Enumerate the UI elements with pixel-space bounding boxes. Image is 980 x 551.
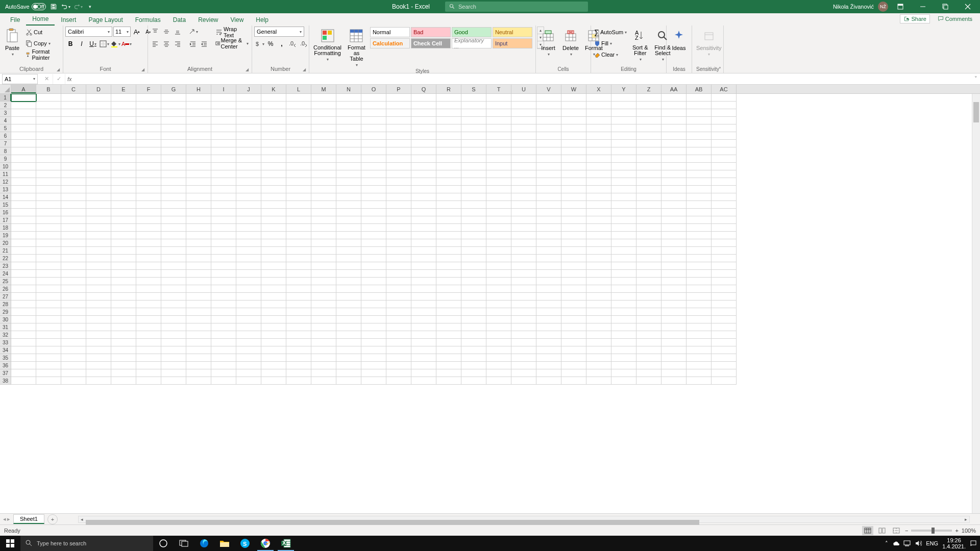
clear-button[interactable]: Clear▾ — [593, 49, 628, 60]
cell[interactable] — [712, 109, 737, 117]
cell[interactable] — [361, 232, 386, 239]
cell[interactable] — [11, 163, 36, 170]
cell[interactable] — [536, 323, 561, 331]
cell[interactable] — [86, 232, 111, 239]
cell[interactable] — [136, 278, 161, 285]
cell[interactable] — [712, 140, 737, 147]
cell[interactable] — [486, 216, 511, 224]
cell[interactable] — [236, 354, 261, 362]
cell[interactable] — [336, 178, 361, 186]
cell[interactable] — [286, 331, 311, 339]
cell[interactable] — [511, 147, 536, 155]
cell[interactable] — [436, 316, 461, 323]
cell[interactable] — [136, 377, 161, 385]
cell[interactable] — [136, 285, 161, 293]
cell[interactable] — [336, 124, 361, 132]
cell[interactable] — [486, 94, 511, 102]
cell[interactable] — [336, 193, 361, 201]
undo-icon[interactable]: ▾ — [61, 2, 70, 11]
column-header[interactable]: P — [386, 85, 411, 93]
cell[interactable] — [712, 354, 737, 362]
cell[interactable] — [261, 255, 286, 262]
cell[interactable] — [461, 201, 486, 209]
cell[interactable] — [712, 270, 737, 278]
cell[interactable] — [712, 102, 737, 109]
cell[interactable] — [336, 109, 361, 117]
insert-cells-button[interactable]: Insert▾ — [538, 27, 558, 58]
cell[interactable] — [236, 369, 261, 377]
cell[interactable] — [111, 270, 136, 278]
cell[interactable] — [586, 354, 611, 362]
cell[interactable] — [436, 186, 461, 193]
cell[interactable] — [186, 293, 211, 300]
cell[interactable] — [86, 147, 111, 155]
cell[interactable] — [161, 239, 186, 247]
cell[interactable] — [236, 285, 261, 293]
cell[interactable] — [86, 201, 111, 209]
cell[interactable] — [411, 132, 436, 140]
cell[interactable] — [561, 346, 586, 354]
cell[interactable] — [261, 216, 286, 224]
cell[interactable] — [712, 331, 737, 339]
cell[interactable] — [311, 163, 336, 170]
cell[interactable] — [461, 109, 486, 117]
cell[interactable] — [161, 224, 186, 232]
cell[interactable] — [86, 140, 111, 147]
cell[interactable] — [486, 140, 511, 147]
cell[interactable] — [662, 239, 687, 247]
cell[interactable] — [336, 316, 361, 323]
cell[interactable] — [687, 362, 712, 369]
cell[interactable] — [436, 331, 461, 339]
cell[interactable] — [361, 109, 386, 117]
cell[interactable] — [511, 178, 536, 186]
cell[interactable] — [111, 170, 136, 178]
cell[interactable] — [636, 170, 662, 178]
network-icon[interactable] — [903, 540, 911, 547]
cell[interactable] — [311, 224, 336, 232]
cell[interactable] — [286, 102, 311, 109]
cell[interactable] — [636, 201, 662, 209]
sensitivity-button[interactable]: Sensitivity▾ — [694, 27, 724, 58]
cell[interactable] — [687, 300, 712, 308]
cell[interactable] — [687, 331, 712, 339]
cell[interactable] — [336, 278, 361, 285]
cell[interactable] — [436, 262, 461, 270]
cell[interactable] — [311, 346, 336, 354]
cell[interactable] — [111, 369, 136, 377]
cell[interactable] — [662, 323, 687, 331]
cell[interactable] — [186, 285, 211, 293]
column-header[interactable]: D — [86, 85, 111, 93]
cell[interactable] — [411, 109, 436, 117]
cell[interactable] — [636, 308, 662, 316]
cell[interactable] — [436, 346, 461, 354]
cell[interactable] — [61, 331, 86, 339]
cell[interactable] — [361, 239, 386, 247]
cell[interactable] — [211, 255, 236, 262]
cell[interactable] — [186, 94, 211, 102]
row-header[interactable]: 1 — [0, 94, 11, 102]
cell[interactable] — [662, 362, 687, 369]
cell[interactable] — [186, 323, 211, 331]
cell[interactable] — [361, 247, 386, 255]
cell[interactable] — [61, 209, 86, 216]
cell[interactable] — [386, 300, 411, 308]
cell[interactable] — [586, 209, 611, 216]
cell[interactable] — [61, 94, 86, 102]
row-header[interactable]: 27 — [0, 293, 11, 300]
cell[interactable] — [611, 163, 636, 170]
cell[interactable] — [11, 147, 36, 155]
cell[interactable] — [311, 255, 336, 262]
cell[interactable] — [561, 308, 586, 316]
cell[interactable] — [662, 308, 687, 316]
cell[interactable] — [186, 224, 211, 232]
grid-rows[interactable]: 1234567891011121314151617181920212223242… — [0, 94, 980, 513]
cell[interactable] — [36, 255, 61, 262]
cell[interactable] — [86, 339, 111, 346]
cell[interactable] — [536, 270, 561, 278]
cell[interactable] — [186, 140, 211, 147]
cell[interactable] — [211, 216, 236, 224]
cell[interactable] — [186, 255, 211, 262]
cell[interactable] — [261, 209, 286, 216]
cell[interactable] — [136, 239, 161, 247]
cell[interactable] — [536, 346, 561, 354]
